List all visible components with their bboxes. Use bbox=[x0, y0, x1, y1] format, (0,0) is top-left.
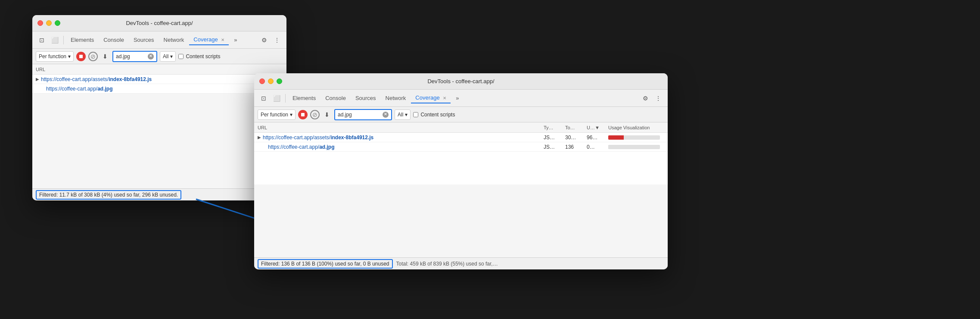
type-cell-2b: JS… bbox=[544, 144, 565, 150]
url-header-2: URL bbox=[258, 125, 544, 130]
dropdown-chevron-1: ▾ bbox=[170, 53, 173, 59]
content-scripts-checkbox-1[interactable] bbox=[178, 54, 184, 59]
table-row-2a[interactable]: ▶ https://coffee-cart.app/assets/index-8… bbox=[254, 133, 668, 142]
search-input-2[interactable] bbox=[338, 112, 381, 118]
total-cell-2b: 136 bbox=[565, 144, 587, 150]
tab-coverage-1[interactable]: Coverage ✕ bbox=[189, 34, 229, 45]
viz-cell-2a bbox=[608, 135, 664, 140]
url-header-1: URL bbox=[36, 67, 283, 72]
gear-icon-2[interactable]: ⚙ bbox=[639, 92, 651, 104]
url-text-1a: https://coffee-cart.app/assets/index-8bf… bbox=[41, 76, 152, 82]
total-cell-2a: 30… bbox=[565, 134, 587, 141]
viz-bar-2a bbox=[608, 135, 660, 140]
export-button-1[interactable]: ⬇ bbox=[100, 52, 110, 61]
clear-button-2[interactable]: ⊘ bbox=[310, 110, 320, 119]
content-scripts-label-1[interactable]: Content scripts bbox=[178, 53, 220, 59]
search-clear-2[interactable]: ✕ bbox=[383, 112, 389, 118]
triangle-icon-1a: ▶ bbox=[36, 77, 39, 81]
used-cell-2a: 96… bbox=[587, 134, 608, 141]
search-wrapper-1: ✕ bbox=[112, 51, 157, 62]
window1: DevTools - coffee-cart.app/ ⊡ ⬜ Elements… bbox=[32, 15, 286, 200]
stop-button-2[interactable] bbox=[298, 110, 308, 119]
tab-more-2[interactable]: » bbox=[451, 93, 463, 103]
url-text-2b: https://coffee-cart.app/ad.jpg bbox=[268, 144, 335, 150]
viz-bar-2b bbox=[608, 145, 660, 149]
coverage-table-2: ▶ https://coffee-cart.app/assets/index-8… bbox=[254, 133, 668, 185]
maximize-button-1[interactable] bbox=[55, 20, 60, 26]
type-cell-2a: JS… bbox=[544, 134, 565, 141]
close-button-2[interactable] bbox=[259, 78, 265, 84]
filtered-status-1: Filtered: 11.7 kB of 308 kB (4%) used so… bbox=[36, 190, 181, 200]
close-button-1[interactable] bbox=[37, 20, 43, 26]
selector-icon-1[interactable]: ⊡ bbox=[36, 34, 48, 46]
total-status-2: Total: 459 kB of 839 kB (55%) used so fa… bbox=[396, 261, 498, 267]
chevron-down-icon-1: ▾ bbox=[68, 53, 71, 59]
divider-2 bbox=[285, 94, 286, 103]
more-icon-2[interactable]: ⋮ bbox=[652, 92, 664, 104]
minimize-button-2[interactable] bbox=[268, 78, 274, 84]
viz-cell-2b bbox=[608, 145, 664, 149]
url-text-2a: https://coffee-cart.app/assets/index-8bf… bbox=[263, 134, 373, 141]
viz-used-2a bbox=[608, 135, 624, 140]
export-button-2[interactable]: ⬇ bbox=[322, 110, 332, 119]
used-cell-2b: 0… bbox=[587, 144, 608, 150]
titlebar-1: DevTools - coffee-cart.app/ bbox=[32, 15, 286, 31]
url-cell-1a: ▶ https://coffee-cart.app/assets/index-8… bbox=[36, 76, 283, 82]
content-scripts-label-2[interactable]: Content scripts bbox=[413, 112, 455, 118]
all-dropdown-2[interactable]: All ▾ bbox=[395, 109, 411, 120]
table-row-2b[interactable]: https://coffee-cart.app/ad.jpg JS… 136 0… bbox=[254, 142, 668, 152]
viz-used-2b bbox=[608, 145, 609, 149]
url-cell-2b: https://coffee-cart.app/ad.jpg bbox=[268, 144, 544, 150]
coverage-table-1: ▶ https://coffee-cart.app/assets/index-8… bbox=[32, 75, 286, 94]
dropdown-chevron-2: ▾ bbox=[405, 112, 408, 118]
per-function-btn-1[interactable]: Per function ▾ bbox=[36, 51, 74, 62]
type-header-2: Ty… bbox=[544, 125, 565, 130]
tab-console-2[interactable]: Console bbox=[321, 93, 350, 103]
table-row-1b[interactable]: https://coffee-cart.app/ad.jpg bbox=[32, 84, 286, 94]
tab-console-1[interactable]: Console bbox=[99, 35, 128, 45]
toolbar-1: ⊡ ⬜ Elements Console Sources Network Cov… bbox=[32, 31, 286, 49]
traffic-lights-2 bbox=[259, 78, 282, 84]
device-icon-2[interactable]: ⬜ bbox=[271, 92, 283, 104]
search-wrapper-2: ✕ bbox=[334, 109, 392, 120]
all-dropdown-1[interactable]: All ▾ bbox=[160, 51, 176, 62]
more-icon-1[interactable]: ⋮ bbox=[271, 34, 283, 46]
tab-sources-1[interactable]: Sources bbox=[129, 35, 159, 45]
traffic-lights-1 bbox=[37, 20, 60, 26]
filtered-status-2: Filtered: 136 B of 136 B (100%) used so … bbox=[258, 259, 393, 269]
tab-network-2[interactable]: Network bbox=[381, 93, 411, 103]
per-function-btn-2[interactable]: Per function ▾ bbox=[258, 109, 296, 120]
minimize-button-1[interactable] bbox=[46, 20, 52, 26]
url-cell-2a: ▶ https://coffee-cart.app/assets/index-8… bbox=[258, 134, 544, 141]
toolbar-2: ⊡ ⬜ Elements Console Sources Network Cov… bbox=[254, 90, 668, 107]
titlebar-2: DevTools - coffee-cart.app/ bbox=[254, 73, 668, 90]
tab-coverage-2[interactable]: Coverage ✕ bbox=[411, 93, 451, 103]
total-header-2: To… bbox=[565, 125, 587, 130]
tab-sources-2[interactable]: Sources bbox=[351, 93, 380, 103]
content-scripts-checkbox-2[interactable] bbox=[413, 112, 418, 117]
device-icon-1[interactable]: ⬜ bbox=[49, 34, 61, 46]
table-header-1: URL bbox=[32, 64, 286, 75]
tab-close-icon-2[interactable]: ✕ bbox=[443, 96, 446, 100]
selector-icon-2[interactable]: ⊡ bbox=[258, 92, 270, 104]
tab-more-1[interactable]: » bbox=[230, 35, 241, 45]
maximize-button-2[interactable] bbox=[277, 78, 282, 84]
used-header-2: U…▼ bbox=[587, 125, 608, 130]
viz-header-2: Usage Visualization bbox=[608, 125, 664, 130]
tab-elements-2[interactable]: Elements bbox=[288, 93, 320, 103]
tab-network-1[interactable]: Network bbox=[159, 35, 189, 45]
table-header-2: URL Ty… To… U…▼ Usage Visualization bbox=[254, 122, 668, 133]
search-clear-1[interactable]: ✕ bbox=[148, 53, 154, 59]
tab-elements-1[interactable]: Elements bbox=[66, 35, 98, 45]
coverage-toolbar-2: Per function ▾ ⊘ ⬇ ✕ All ▾ Content scrip… bbox=[254, 107, 668, 122]
divider-1 bbox=[63, 36, 64, 44]
tab-close-icon-1[interactable]: ✕ bbox=[221, 38, 224, 42]
url-text-1b: https://coffee-cart.app/ad.jpg bbox=[46, 86, 113, 92]
window-title-2: DevTools - coffee-cart.app/ bbox=[427, 78, 494, 84]
stop-button-1[interactable] bbox=[76, 52, 86, 61]
chevron-down-icon-2: ▾ bbox=[290, 112, 292, 118]
clear-button-1[interactable]: ⊘ bbox=[88, 52, 98, 61]
table-row-1a[interactable]: ▶ https://coffee-cart.app/assets/index-8… bbox=[32, 75, 286, 84]
search-input-1[interactable] bbox=[116, 53, 146, 59]
gear-icon-1[interactable]: ⚙ bbox=[258, 34, 270, 46]
